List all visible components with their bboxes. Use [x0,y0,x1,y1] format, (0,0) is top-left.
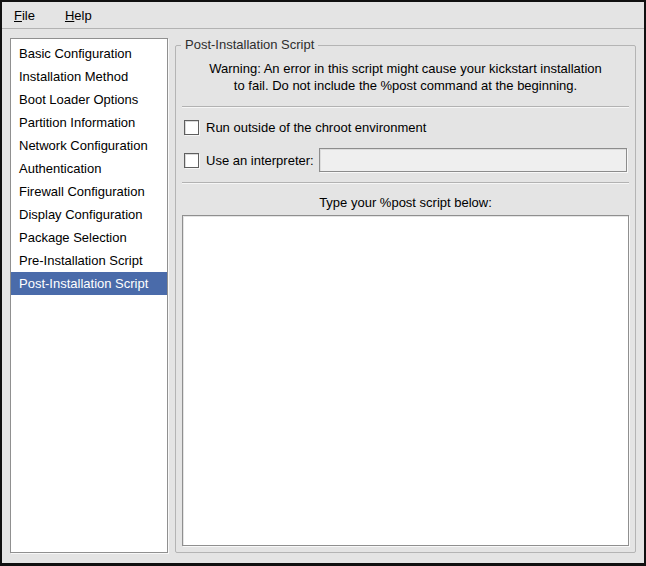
interpreter-checkbox-row: Use an interpreter: [184,148,627,172]
content-area: Basic Configuration Installation Method … [2,29,644,563]
warning-line-2: to fail. Do not include the %post comman… [234,78,577,93]
sidebar-item-network-configuration[interactable]: Network Configuration [11,134,167,157]
sidebar-item-installation-method[interactable]: Installation Method [11,65,167,88]
menu-file[interactable]: File [10,6,39,25]
frame-title: Post-Installation Script [181,37,318,52]
menu-help[interactable]: Help [61,6,96,25]
menu-file-label: File [14,8,35,23]
menu-help-label: Help [65,8,92,23]
chroot-checkbox-row[interactable]: Run outside of the chroot environment [184,118,627,136]
interpreter-input[interactable] [319,148,627,172]
script-area-label: Type your %post script below: [182,195,629,210]
sidebar-item-boot-loader-options[interactable]: Boot Loader Options [11,88,167,111]
sidebar-item-post-installation-script[interactable]: Post-Installation Script [11,272,167,295]
post-script-textarea[interactable] [182,215,629,546]
sidebar-item-display-configuration[interactable]: Display Configuration [11,203,167,226]
warning-line-1: Warning: An error in this script might c… [209,61,602,76]
sidebar-item-authentication[interactable]: Authentication [11,157,167,180]
sidebar-item-pre-installation-script[interactable]: Pre-Installation Script [11,249,167,272]
interpreter-checkbox[interactable] [184,153,199,168]
separator [182,182,629,184]
main-panel: Post-Installation Script Warning: An err… [175,38,636,553]
sidebar-item-firewall-configuration[interactable]: Firewall Configuration [11,180,167,203]
interpreter-checkbox-label: Use an interpreter: [206,153,314,168]
separator [182,106,629,108]
chroot-checkbox[interactable] [184,120,199,135]
sidebar-item-basic-configuration[interactable]: Basic Configuration [11,42,167,65]
section-list: Basic Configuration Installation Method … [10,38,168,553]
menubar: File Help [2,2,644,29]
sidebar-item-partition-information[interactable]: Partition Information [11,111,167,134]
chroot-checkbox-label: Run outside of the chroot environment [206,120,426,135]
warning-text: Warning: An error in this script might c… [182,60,629,94]
sidebar-item-package-selection[interactable]: Package Selection [11,226,167,249]
post-installation-frame: Post-Installation Script Warning: An err… [175,45,636,553]
